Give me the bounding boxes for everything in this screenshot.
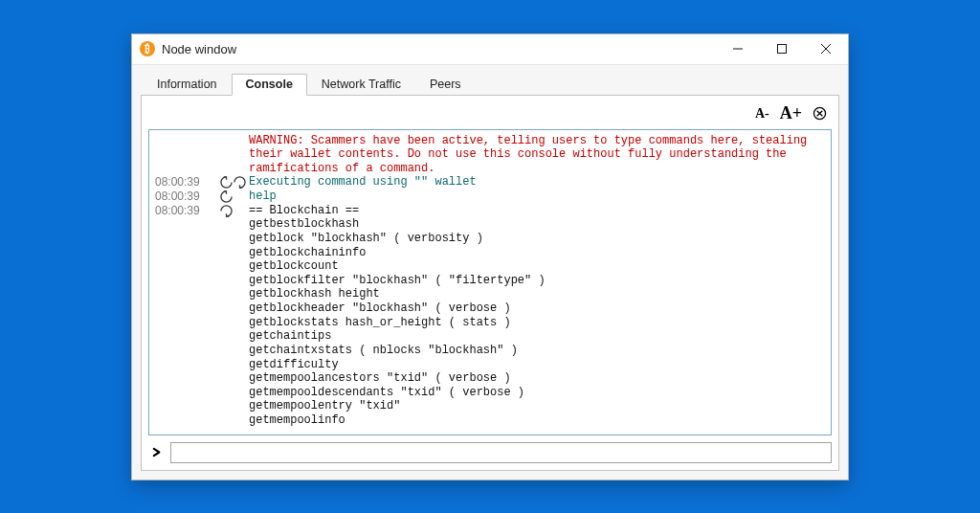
console-message: == Blockchain == getbestblockhash getblo…: [249, 204, 825, 428]
title-bar: ₿ Node window: [132, 34, 848, 65]
close-button[interactable]: [804, 34, 848, 64]
tab-information[interactable]: Information: [143, 74, 232, 96]
direction-icon: [220, 204, 249, 217]
console-row: 08:00:39 help: [155, 190, 825, 204]
timestamp: 08:00:39: [155, 190, 220, 204]
window-body: Information Console Network Traffic Peer…: [132, 65, 848, 480]
timestamp: 08:00:39: [155, 204, 220, 218]
node-window: ₿ Node window Information Console Networ…: [131, 33, 849, 480]
window-title: Node window: [162, 42, 236, 56]
direction-icon: [220, 190, 249, 203]
console-input[interactable]: [170, 442, 832, 463]
clear-console-button[interactable]: [811, 105, 828, 123]
tab-console[interactable]: Console: [232, 74, 307, 96]
console-input-row: [148, 442, 832, 463]
console-warning-row: WARNING: Scammers have been active, tell…: [155, 134, 825, 176]
app-icon: ₿: [140, 41, 155, 56]
timestamp: 08:00:39: [155, 175, 220, 190]
svg-rect-0: [778, 45, 787, 54]
font-increase-button[interactable]: A+: [776, 103, 806, 123]
font-decrease-button[interactable]: A-: [751, 106, 773, 122]
console-pane: A- A+ WARNING: Scammers have been active…: [141, 95, 839, 471]
tab-bar: Information Console Network Traffic Peer…: [141, 74, 839, 96]
maximize-button[interactable]: [760, 34, 804, 64]
console-message: help: [249, 190, 825, 204]
direction-icon: [220, 175, 249, 189]
console-row: 08:00:39 == Blockchain == getbestblockha…: [155, 204, 825, 428]
console-scroll[interactable]: WARNING: Scammers have been active, tell…: [149, 130, 831, 435]
console-row: 08:00:39 Executing command using "" wall…: [155, 175, 825, 190]
tab-network-traffic[interactable]: Network Traffic: [307, 74, 415, 96]
console-message: Executing command using "" wallet: [249, 175, 825, 190]
console-output: WARNING: Scammers have been active, tell…: [148, 129, 832, 435]
prompt-icon: [148, 442, 166, 463]
tab-peers[interactable]: Peers: [415, 74, 476, 96]
direction-icon: [220, 134, 249, 135]
console-toolbar: A- A+: [148, 102, 832, 125]
warning-text: WARNING: Scammers have been active, tell…: [249, 134, 825, 176]
minimize-button[interactable]: [716, 34, 760, 64]
